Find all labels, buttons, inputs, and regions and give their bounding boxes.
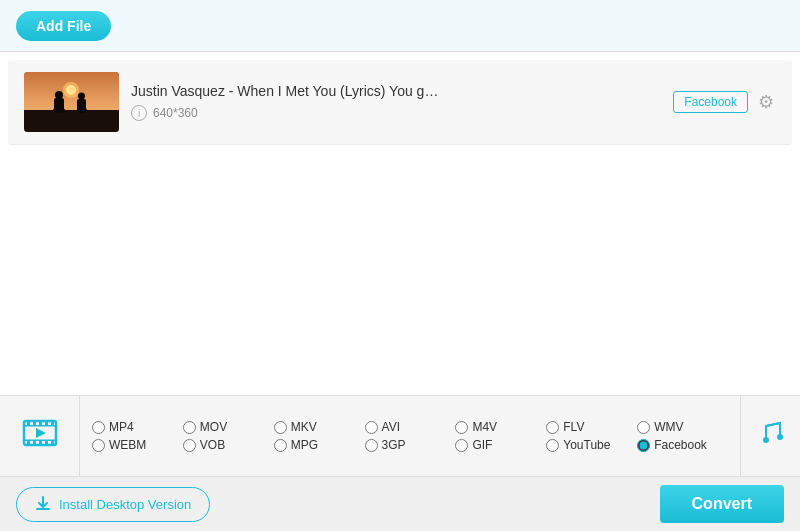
svg-rect-3 [54,98,64,112]
file-resolution: 640*360 [153,106,198,120]
radio-mp4[interactable] [92,421,105,434]
format-option-mp4[interactable]: MP4 [92,420,183,434]
format-option-youtube[interactable]: YouTube [546,438,637,452]
radio-flv[interactable] [546,421,559,434]
convert-button[interactable]: Convert [660,485,784,523]
radio-avi[interactable] [365,421,378,434]
svg-rect-13 [27,421,30,425]
svg-point-25 [777,434,783,440]
radio-mkv[interactable] [274,421,287,434]
footer: Install Desktop Version Convert [0,476,800,531]
download-icon [35,495,51,514]
radio-3gp[interactable] [365,439,378,452]
format-option-webm[interactable]: WEBM [92,438,183,452]
svg-point-24 [763,437,769,443]
format-option-wmv[interactable]: WMV [637,420,728,434]
svg-point-7 [78,93,85,100]
format-bar: MP4 MOV MKV AVI M4V FLV WMV WEBM VOB MPG [0,395,800,476]
add-file-button[interactable]: Add File [16,11,111,41]
music-icon [756,418,786,454]
svg-marker-23 [36,428,46,438]
file-list: Justin Vasquez - When I Met You (Lyrics)… [0,52,800,395]
svg-rect-17 [51,421,54,425]
file-actions: Facebook ⚙ [673,89,776,115]
svg-rect-15 [39,421,42,425]
svg-rect-14 [33,421,36,425]
format-icon-section [0,396,80,476]
radio-webm[interactable] [92,439,105,452]
svg-rect-20 [39,441,42,445]
format-option-mkv[interactable]: MKV [274,420,365,434]
radio-youtube[interactable] [546,439,559,452]
install-desktop-button[interactable]: Install Desktop Version [16,487,210,522]
svg-line-26 [766,423,780,426]
format-options: MP4 MOV MKV AVI M4V FLV WMV WEBM VOB MPG [80,412,740,460]
format-option-mov[interactable]: MOV [183,420,274,434]
radio-mpg[interactable] [274,439,287,452]
svg-rect-19 [33,441,36,445]
svg-rect-6 [77,99,86,112]
radio-mov[interactable] [183,421,196,434]
music-icon-section [740,396,800,476]
svg-point-4 [55,91,63,99]
svg-rect-12 [24,439,56,441]
svg-rect-16 [45,421,48,425]
radio-wmv[interactable] [637,421,650,434]
format-option-gif[interactable]: GIF [455,438,546,452]
film-icon [22,415,58,458]
format-option-flv[interactable]: FLV [546,420,637,434]
facebook-badge: Facebook [673,91,748,113]
toolbar: Add File [0,0,800,52]
thumbnail [24,72,119,132]
format-option-m4v[interactable]: M4V [455,420,546,434]
settings-button[interactable]: ⚙ [756,89,776,115]
radio-facebook[interactable] [637,439,650,452]
format-option-facebook[interactable]: Facebook [637,438,728,452]
radio-vob[interactable] [183,439,196,452]
svg-rect-22 [51,441,54,445]
file-item: Justin Vasquez - When I Met You (Lyrics)… [8,60,792,145]
format-option-avi[interactable]: AVI [365,420,456,434]
svg-rect-18 [27,441,30,445]
svg-rect-11 [24,425,56,427]
radio-gif[interactable] [455,439,468,452]
thumbnail-scene [24,72,119,132]
install-label: Install Desktop Version [59,497,191,512]
file-info: Justin Vasquez - When I Met You (Lyrics)… [119,83,673,121]
format-option-vob[interactable]: VOB [183,438,274,452]
format-option-3gp[interactable]: 3GP [365,438,456,452]
svg-rect-1 [24,110,119,132]
file-title: Justin Vasquez - When I Met You (Lyrics)… [131,83,661,99]
svg-point-9 [66,85,76,95]
file-meta: i 640*360 [131,105,661,121]
svg-rect-21 [45,441,48,445]
format-option-mpg[interactable]: MPG [274,438,365,452]
radio-m4v[interactable] [455,421,468,434]
info-icon[interactable]: i [131,105,147,121]
